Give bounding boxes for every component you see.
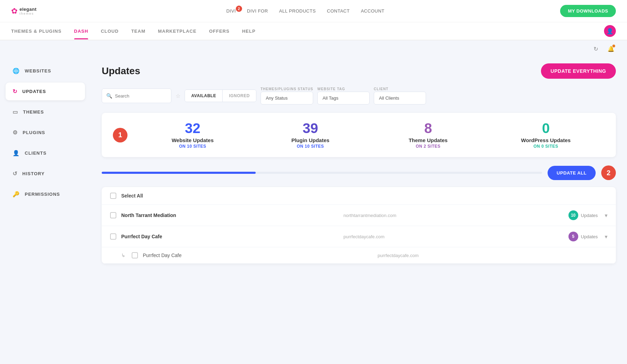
sidebar-item-history[interactable]: ↺ HISTORY (6, 165, 85, 183)
logo: ✿ elegant themes (11, 7, 37, 16)
search-box: 🔍 (102, 88, 171, 103)
divi-badge: 2 (236, 6, 242, 12)
theme-updates-sub: ON 2 SITES (369, 144, 487, 149)
main-content: Updates UPDATE EVERYTHING 🔍 ☆ AVAILABLE … (91, 55, 627, 364)
subnav-offers[interactable]: OFFERS (209, 24, 230, 39)
nav-divi[interactable]: DIVI 2 (226, 8, 236, 14)
subnav-marketplace[interactable]: MARKETPLACE (158, 24, 196, 39)
sidebar-label-plugins: PLUGINS (23, 130, 45, 135)
step-2-badge: 2 (601, 165, 616, 180)
tab-group: AVAILABLE IGNORED (185, 90, 256, 102)
site-url-1: purrfectdaycafe.com (343, 234, 561, 239)
logo-icon: ✿ (11, 7, 17, 16)
sidebar-item-plugins[interactable]: ⚙ PLUGINS (6, 124, 85, 141)
progress-bar (102, 172, 256, 174)
theme-updates-number: 8 (369, 121, 487, 135)
page-header: Updates UPDATE EVERYTHING (102, 63, 616, 79)
sidebar-item-permissions[interactable]: 🔑 PERMISSIONS (6, 185, 85, 203)
updates-count-badge-0: 10 (568, 210, 578, 220)
subnav-help[interactable]: HELP (242, 24, 256, 39)
nav-divi-for[interactable]: DIVI FOR (247, 8, 268, 14)
tab-ignored[interactable]: IGNORED (223, 90, 256, 102)
row-checkbox-0[interactable] (110, 212, 116, 218)
subnav-themes-plugins[interactable]: THEMES & PLUGINS (11, 24, 62, 39)
update-all-row: UPDATE ALL 2 (102, 165, 616, 180)
wp-updates-sub: ON 0 SITES (487, 144, 605, 149)
sub-site-url: purrfectdaycafe.com (378, 253, 607, 258)
site-url-0: northtarrantmediation.com (343, 213, 561, 218)
sidebar-item-clients[interactable]: 👤 CLIENTS (6, 144, 85, 162)
toolbar-row: ↻ 🔔 (0, 40, 627, 55)
client-label: CLIENT (374, 87, 426, 91)
main-layout: 🌐 WEBSITES ↻ UPDATES ▭ THEMES ⚙ PLUGINS … (0, 55, 627, 364)
permissions-icon: 🔑 (13, 191, 20, 198)
theme-updates-label: Theme Updates (369, 137, 487, 143)
filters-row: 🔍 ☆ AVAILABLE IGNORED THEMES/PLUGINS STA… (102, 87, 616, 104)
top-nav-links: DIVI 2 DIVI FOR ALL PRODUCTS CONTACT ACC… (51, 8, 560, 14)
stats-row: 1 32 Website Updates ON 10 SITES 39 Plug… (102, 113, 616, 157)
select-all-row: Select All (102, 187, 616, 205)
updates-badge-1: 5 Updates ▾ (566, 232, 607, 241)
updates-text-1: Updates (581, 234, 598, 239)
update-all-button[interactable]: UPDATE ALL (548, 166, 596, 180)
sidebar-item-updates[interactable]: ↻ UPDATES (6, 83, 85, 100)
website-updates-label: Website Updates (134, 137, 251, 143)
themes-plugins-status-filter: THEMES/PLUGINS STATUS Any Status (261, 87, 313, 104)
updates-icon: ↻ (13, 88, 17, 95)
update-everything-button[interactable]: UPDATE EVERYTHING (541, 63, 616, 79)
select-all-label: Select All (121, 193, 143, 199)
notification-icon[interactable]: 🔔 (606, 44, 616, 54)
themes-icon: ▭ (13, 109, 18, 115)
sidebar-label-themes: THEMES (23, 109, 44, 115)
row-checkbox-1[interactable] (110, 233, 116, 240)
select-all-checkbox[interactable] (110, 193, 116, 199)
nav-all-products[interactable]: ALL PRODUCTS (279, 8, 316, 14)
sidebar-label-permissions: PERMISSIONS (25, 192, 60, 197)
row-chevron-1[interactable]: ▾ (605, 233, 607, 240)
sidebar-label-updates: UPDATES (22, 89, 46, 94)
nav-account[interactable]: ACCOUNT (361, 8, 385, 14)
themes-plugins-status-select[interactable]: Any Status (261, 92, 313, 104)
tab-available[interactable]: AVAILABLE (185, 90, 223, 102)
search-input[interactable] (115, 93, 164, 99)
client-select[interactable]: All Clients (374, 92, 426, 104)
plugin-updates-sub: ON 10 SITES (251, 144, 369, 149)
sidebar-label-clients: CLIENTS (25, 150, 47, 156)
plugin-updates-label: Plugin Updates (251, 137, 369, 143)
subnav-dash[interactable]: DASH (74, 24, 88, 39)
site-name-1: Purrfect Day Cafe (121, 234, 339, 239)
sidebar-label-history: HISTORY (22, 171, 45, 176)
search-icon: 🔍 (106, 93, 112, 99)
websites-icon: 🌐 (13, 68, 20, 74)
sub-row-checkbox[interactable] (132, 252, 138, 258)
themes-plugins-status-label: THEMES/PLUGINS STATUS (261, 87, 313, 91)
website-tag-label: WEBSITE TAG (317, 87, 370, 91)
plugin-updates-number: 39 (251, 121, 369, 135)
refresh-icon[interactable]: ↻ (591, 44, 601, 54)
nav-contact[interactable]: CONTACT (327, 8, 350, 14)
sidebar-item-websites[interactable]: 🌐 WEBSITES (6, 62, 85, 80)
sidebar: 🌐 WEBSITES ↻ UPDATES ▭ THEMES ⚙ PLUGINS … (0, 55, 91, 364)
history-icon: ↺ (13, 170, 17, 177)
website-updates-number: 32 (134, 121, 251, 135)
page-title: Updates (102, 65, 140, 77)
sub-nav: THEMES & PLUGINS DASH CLOUD TEAM MARKETP… (0, 22, 627, 40)
sidebar-label-websites: WEBSITES (25, 68, 51, 73)
top-nav-right: MY DOWNLOADS (560, 5, 616, 17)
sites-table: Select All North Tarrant Mediation north… (102, 187, 616, 264)
step-1-badge: 1 (113, 128, 127, 142)
subnav-team[interactable]: TEAM (131, 24, 146, 39)
progress-bar-wrap (102, 172, 542, 174)
my-downloads-button[interactable]: MY DOWNLOADS (560, 5, 616, 17)
clients-icon: 👤 (13, 150, 20, 156)
plugins-icon: ⚙ (13, 129, 18, 136)
subnav-cloud[interactable]: CLOUD (101, 24, 118, 39)
row-chevron-0[interactable]: ▾ (605, 212, 607, 219)
stat-wp-updates: 0 WordPress Updates ON 0 SITES (487, 121, 605, 149)
website-tag-select[interactable]: All Tags (317, 92, 370, 104)
logo-title: elegant (20, 7, 37, 12)
star-filter-icon[interactable]: ☆ (176, 93, 180, 99)
table-row: Purrfect Day Cafe purrfectdaycafe.com 5 … (102, 226, 616, 247)
user-avatar[interactable]: 👤 (604, 25, 616, 37)
sidebar-item-themes[interactable]: ▭ THEMES (6, 103, 85, 121)
